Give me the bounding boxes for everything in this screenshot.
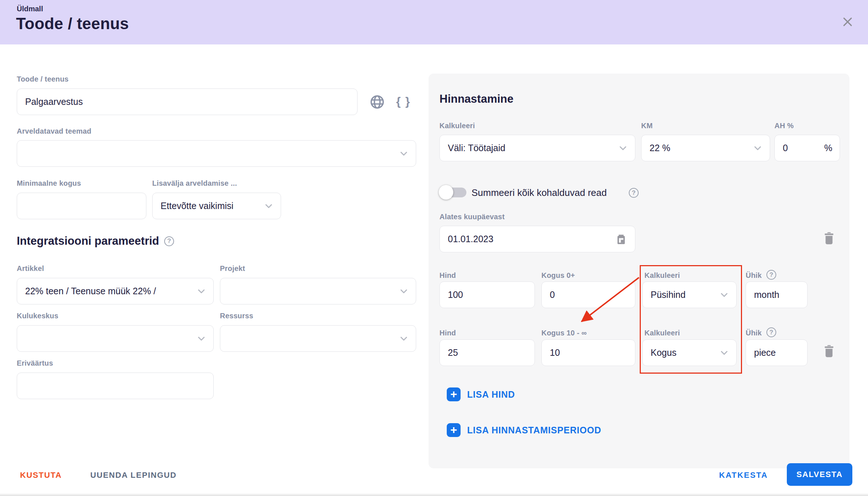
- translate-button[interactable]: [369, 94, 385, 111]
- update-contracts-button[interactable]: UUENDA LEPINGUD: [90, 469, 177, 481]
- sum-applicable-rows-toggle[interactable]: [439, 185, 466, 200]
- integration-heading-text: Integratsiooni parameetrid: [17, 235, 159, 248]
- start-date-value: 01.01.2023: [448, 234, 493, 244]
- pricing-heading: Hinnastamine: [439, 92, 513, 106]
- extra-field-label: Lisavälja arveldamise ...: [152, 179, 237, 188]
- delete-price-row-button[interactable]: [821, 343, 837, 360]
- ah-label: AH %: [774, 122, 794, 130]
- billable-topics-select[interactable]: [17, 140, 416, 167]
- delete-button[interactable]: KUSTUTA: [20, 469, 62, 481]
- product-service-modal: Üldmall Toode / teenus Toode / teenus { …: [0, 0, 868, 496]
- product-name-label: Toode / teenus: [17, 75, 68, 83]
- start-date-label: Alates kuupäevast: [439, 213, 505, 221]
- variables-button[interactable]: { }: [396, 95, 411, 108]
- km-value: 22 %: [650, 143, 670, 153]
- chevron-down-icon: [196, 286, 207, 297]
- artikkel-value: 22% teen / Teenuse müük 22% /: [25, 286, 156, 296]
- pricing-panel: Hinnastamine Kalkuleeri Väli: Töötajaid …: [429, 74, 849, 468]
- modal-header: Üldmall Toode / teenus: [0, 0, 868, 44]
- kalkuleeri-value-row2: Kogus: [651, 347, 676, 358]
- ah-suffix: %: [824, 143, 832, 153]
- template-eyebrow: Üldmall: [17, 5, 43, 13]
- projekt-select[interactable]: [220, 278, 416, 304]
- toggle-knob-icon: [439, 185, 453, 200]
- artikkel-label: Artikkel: [17, 264, 44, 273]
- hind-input-row2[interactable]: [439, 339, 535, 366]
- min-quantity-input[interactable]: [17, 193, 146, 219]
- yhik-label-row1: Ühik: [746, 271, 762, 280]
- sum-toggle-label: Summeeri kõik kohalduvad read: [472, 187, 607, 198]
- chevron-down-icon: [196, 333, 207, 344]
- kogus-input-row2[interactable]: [541, 339, 635, 366]
- add-price-button[interactable]: + LISA HIND: [447, 387, 515, 401]
- delete-period-button[interactable]: [821, 230, 837, 247]
- extra-field-select[interactable]: Ettevõtte vaikimisi: [152, 193, 281, 219]
- kalkuleeri-label-row2: Kalkuleeri: [644, 329, 680, 337]
- hind-input-row1[interactable]: [439, 282, 535, 308]
- kulukeskus-select[interactable]: [17, 325, 214, 352]
- erivaartus-label: Eriväärtus: [17, 359, 53, 367]
- ressurss-label: Ressurss: [220, 312, 253, 320]
- help-icon[interactable]: ?: [164, 236, 174, 246]
- help-icon[interactable]: ?: [766, 327, 776, 337]
- kalkuleeri-label-row1: Kalkuleeri: [644, 271, 680, 280]
- add-pricing-period-button[interactable]: + LISA HINNASTAMISPERIOOD: [447, 423, 601, 437]
- kalkuleeri-select[interactable]: Väli: Töötajaid: [439, 135, 635, 161]
- ressurss-select[interactable]: [220, 325, 416, 352]
- annotation-arrow: [429, 74, 849, 468]
- close-button[interactable]: [840, 14, 856, 30]
- modal-bottom-shadow: [0, 493, 868, 496]
- artikkel-select[interactable]: 22% teen / Teenuse müük 22% /: [17, 278, 214, 304]
- chevron-down-icon: [752, 143, 763, 154]
- projekt-label: Projekt: [220, 264, 245, 273]
- plus-icon: +: [447, 423, 461, 437]
- page-title: Toode / teenus: [16, 15, 129, 33]
- kulukeskus-label: Kulukeskus: [17, 312, 58, 320]
- chevron-down-icon: [719, 290, 730, 300]
- kalkuleeri-value-row1: Püsihind: [651, 290, 686, 300]
- billable-topics-label: Arveldatavad teemad: [17, 127, 91, 135]
- kogus-input-row1[interactable]: [541, 282, 635, 308]
- extra-field-value: Ettevõtte vaikimisi: [161, 201, 233, 211]
- chevron-down-icon: [398, 333, 409, 344]
- calendar-icon[interactable]: [614, 232, 628, 247]
- kogus-label-row1: Kogus 0+: [541, 271, 575, 280]
- trash-icon: [821, 230, 837, 246]
- km-label: KM: [641, 122, 653, 130]
- help-icon[interactable]: ?: [766, 270, 776, 280]
- hind-label-row1: Hind: [439, 271, 456, 280]
- close-icon: [840, 14, 856, 30]
- product-name-input[interactable]: [17, 88, 358, 115]
- kogus-label-row2: Kogus 10 - ∞: [541, 329, 587, 337]
- braces-icon: { }: [396, 95, 411, 108]
- yhik-input-row1[interactable]: [746, 282, 808, 308]
- globe-icon: [369, 94, 385, 110]
- start-date-input[interactable]: 01.01.2023: [439, 226, 635, 252]
- add-period-label: LISA HINNASTAMISPERIOOD: [467, 425, 601, 436]
- integration-section-heading: Integratsiooni parameetrid ?: [17, 235, 174, 248]
- plus-icon: +: [447, 387, 461, 401]
- chevron-down-icon: [398, 148, 409, 159]
- pricing-heading-text: Hinnastamine: [439, 92, 513, 106]
- min-quantity-label: Minimaalne kogus: [17, 179, 81, 188]
- ah-input[interactable]: 0 %: [774, 135, 840, 161]
- km-select[interactable]: 22 %: [641, 135, 770, 161]
- save-button[interactable]: SALVESTA: [787, 463, 852, 486]
- kalkuleeri-label: Kalkuleeri: [439, 122, 475, 130]
- add-price-label: LISA HIND: [467, 389, 515, 400]
- ah-value: 0: [783, 143, 788, 153]
- kalkuleeri-select-row2[interactable]: Kogus: [642, 339, 737, 366]
- chevron-down-icon: [263, 201, 274, 212]
- trash-icon: [821, 343, 837, 359]
- kalkuleeri-select-row1[interactable]: Püsihind: [642, 282, 737, 308]
- yhik-label-row2: Ühik: [746, 329, 762, 337]
- yhik-input-row2[interactable]: [746, 339, 808, 366]
- chevron-down-icon: [719, 347, 730, 358]
- chevron-down-icon: [398, 286, 409, 297]
- kalkuleeri-value: Väli: Töötajaid: [448, 143, 505, 153]
- erivaartus-input[interactable]: [17, 373, 214, 399]
- chevron-down-icon: [618, 143, 628, 154]
- hind-label-row2: Hind: [439, 329, 456, 337]
- help-icon[interactable]: ?: [629, 188, 639, 198]
- cancel-button[interactable]: KATKESTA: [719, 469, 768, 481]
